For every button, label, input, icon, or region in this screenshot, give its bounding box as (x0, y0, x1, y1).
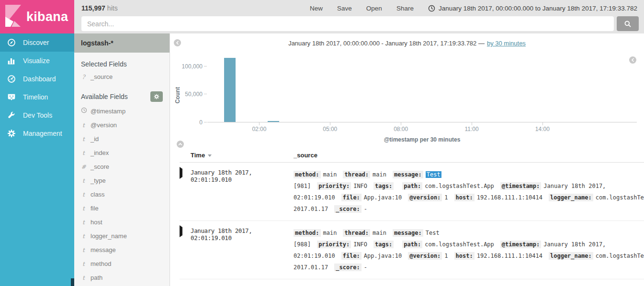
field-item-method[interactable]: tmethod (74, 257, 169, 271)
field-badge: message: (393, 171, 423, 178)
field-badge: host: (454, 252, 475, 260)
sidebar-item-dashboard[interactable]: Dashboard (0, 70, 74, 88)
collapse-fields-panel-button[interactable] (174, 39, 181, 46)
field-item--source[interactable]: ?_source (74, 70, 169, 84)
timelion-icon (7, 93, 16, 101)
menu-item-new[interactable]: New (310, 5, 323, 12)
field-badge: tags: (373, 241, 394, 248)
interval-link[interactable]: by 30 minutes (487, 40, 526, 47)
main-panel: January 18th 2017, 00:00:00.000 - Januar… (170, 33, 644, 286)
field-settings-button[interactable] (150, 91, 163, 102)
field-name: method (90, 260, 111, 267)
sidebar-scrollbar-thumb[interactable] (71, 278, 74, 286)
expand-toggle-cell (180, 169, 191, 215)
field-name: _index (90, 149, 109, 156)
text-type-icon: t (81, 247, 86, 253)
chart-header: January 18th 2017, 00:00:00.000 - Januar… (170, 33, 644, 49)
field-badge: logger_name: (549, 194, 593, 201)
field-value: main (373, 171, 386, 178)
field-badge: _score: (334, 264, 362, 271)
field-value: com.logstashTest.App (596, 194, 644, 201)
search-icon (624, 20, 632, 28)
text-type-icon: t (81, 177, 86, 184)
x-tick-mark (259, 122, 260, 125)
sidebar-item-dev-tools[interactable]: Dev Tools (0, 106, 74, 124)
chart-time-range-text: January 18th 2017, 00:00:00.000 - Januar… (288, 40, 485, 47)
time-range-picker[interactable]: January 18th 2017, 00:00:00.000 to Janua… (428, 5, 637, 12)
field-badge: thread: (343, 171, 370, 178)
field-value: com.logstashTest.App (596, 253, 644, 259)
kibana-app: kibana DiscoverVisualizeDashboardTimelio… (0, 0, 644, 286)
sidebar-nav: DiscoverVisualizeDashboardTimelionDev To… (0, 33, 74, 143)
field-item--score[interactable]: #_score (74, 160, 169, 174)
sidebar-item-label: Dev Tools (23, 111, 52, 119)
field-name: _id (90, 135, 99, 143)
time-cell: January 18th 2017, 02:01:19.010 (191, 169, 294, 215)
field-value: INFO (353, 241, 367, 248)
menu-item-save[interactable]: Save (337, 5, 352, 12)
x-tick-mark (472, 122, 472, 125)
text-type-icon: t (81, 150, 86, 156)
text-type-icon: t (81, 233, 86, 240)
field-item-message[interactable]: tmessage (74, 243, 169, 257)
field-badge: file: (341, 252, 362, 260)
expand-toggle[interactable] (180, 167, 182, 179)
field-badge: _score: (334, 205, 362, 213)
expand-toggle[interactable] (180, 225, 182, 237)
source-cell: method:mainthread:mainmessage:Test [988]… (294, 227, 644, 273)
sidebar-item-visualize[interactable]: Visualize (0, 52, 74, 70)
histogram-bar[interactable] (268, 121, 280, 122)
field-badge: priority: (317, 241, 351, 248)
field-item-path[interactable]: tpath (74, 271, 169, 285)
field-item--type[interactable]: t_type (74, 174, 169, 187)
y-tick-mark (204, 66, 207, 66)
menu-item-share[interactable]: Share (396, 5, 414, 12)
field-item--timestamp[interactable]: @timestamp (74, 104, 169, 118)
field-item-file[interactable]: tfile (74, 201, 169, 215)
field-badge: logger_name: (549, 252, 593, 260)
kibana-logo-mark-icon (4, 4, 22, 29)
field-value: com.logstashTest.App (425, 241, 494, 248)
top-menu: NewSaveOpenShare January 18th 2017, 00:0… (310, 5, 637, 12)
collapse-chart-button[interactable] (177, 141, 184, 148)
time-range-text: January 18th 2017, 00:00:00.000 to Janua… (439, 5, 637, 12)
field-name: file (90, 205, 99, 212)
search-button[interactable] (617, 16, 639, 31)
field-item-class[interactable]: tclass (74, 187, 169, 201)
kibana-logo-text: kibana (26, 10, 68, 24)
kibana-logo[interactable]: kibana (0, 0, 74, 33)
chart-plot-area (207, 55, 637, 122)
field-value: com.logstashTest.App (425, 183, 494, 189)
documents-table: Time _source January 18th 2017, 02:01:19… (180, 152, 644, 279)
search-input[interactable] (81, 16, 614, 31)
sidebar-item-timelion[interactable]: Timelion (0, 88, 74, 106)
field-item-host[interactable]: thost (74, 215, 169, 229)
menu-item-open[interactable]: Open (366, 5, 382, 12)
field-badge: priority: (317, 182, 351, 190)
field-badge: @version: (408, 252, 442, 260)
hits-counter: 115,997hits (81, 4, 118, 12)
field-badge: message: (393, 229, 423, 237)
text-type-icon: t (81, 205, 86, 212)
text-type-icon: t (81, 191, 86, 198)
field-item--version[interactable]: t@version (74, 118, 169, 132)
histogram-bar[interactable] (224, 58, 236, 122)
field-value: 1 (444, 194, 448, 201)
field-item--index[interactable]: t_index (74, 146, 169, 160)
number-type-icon: # (81, 164, 86, 170)
discover-content: logstash-* Selected Fields ?_source Avai… (74, 33, 644, 286)
field-value: - (364, 264, 367, 271)
column-header-time[interactable]: Time (191, 152, 294, 159)
y-tick-label: 50,000 (170, 91, 203, 98)
field-value: - (364, 206, 367, 212)
field-value: 192.168.111.1:10414 (477, 194, 542, 201)
histogram-chart: Count 050,000100,000 02:0005:0008:0011:0… (170, 51, 637, 144)
sidebar-item-management[interactable]: Management (0, 124, 74, 143)
field-item--id[interactable]: t_id (74, 132, 169, 146)
field-item-logger-name[interactable]: tlogger_name (74, 229, 169, 243)
sidebar-item-discover[interactable]: Discover (0, 33, 74, 52)
field-name: host (90, 219, 102, 226)
x-tick-label: 05:00 (323, 126, 337, 132)
x-tick-label: 11:00 (464, 126, 478, 132)
index-pattern-selector[interactable]: logstash-* (74, 33, 169, 53)
